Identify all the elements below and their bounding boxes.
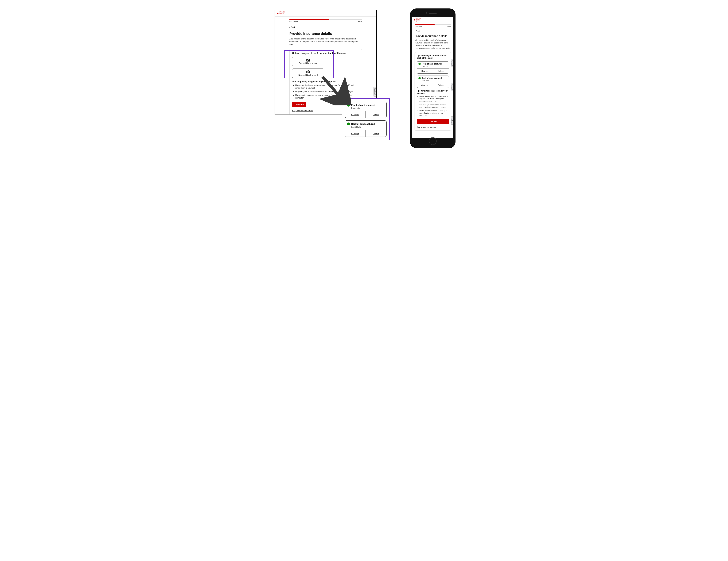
feedback-tab[interactable]: Feedback [374,87,376,97]
brand-logo: minute clinic® [277,11,375,16]
progress: Insurance 55% [289,19,362,23]
progress-fill [289,19,329,20]
feedback-tab[interactable]: Feedback [451,59,453,67]
page-description: Add images of the patient's insurance ca… [415,39,451,49]
check-icon: ✓ [347,123,350,125]
chevron-right-icon: › [314,109,314,112]
page-title: Provide insurance details [415,35,451,38]
captured-front-card: ✓ Front of card captured front.heic Chan… [417,61,449,74]
tips-heading: Tips for getting images on to your compu… [417,90,449,94]
progress-label: Insurance [289,21,298,23]
continue-button[interactable]: Continue [292,102,306,107]
brand-bar: minute clinic® [275,10,376,16]
captured-front-title: Front of card captured [351,104,375,106]
delete-back-button[interactable]: Delete [433,83,449,88]
svg-line-0 [323,77,343,101]
captured-front-title: Front of card captured [422,63,442,65]
heart-icon [277,12,279,15]
page-description: Add images of the patient's insurance ca… [289,37,360,46]
skip-text: Skip insurance for now [292,109,313,112]
captured-back-title: Back of card captured [422,77,442,79]
page-title: Provide insurance details [289,32,362,36]
brand-tm: ® [416,21,421,22]
tips-item: Use a mobile device to take photos of yo… [420,95,449,103]
phone-screen: minute clinic® Insurance 55% ‹ Back [412,17,453,138]
heart-icon [414,19,416,21]
upload-front-label: First, add front of card [299,62,317,64]
captured-front-file: front.heic [351,107,384,109]
captured-back-card: ✓ Back of card captured back.HEIC Change… [417,76,449,88]
captured-back-card: ✓ Back of card captured back.HEIC Change… [345,121,387,137]
brand-tm: ® [280,15,285,16]
phone-frame: minute clinic® Insurance 55% ‹ Back [410,9,455,148]
delete-back-button[interactable]: Delete [366,130,386,137]
change-back-button[interactable]: Change [345,130,366,137]
brand-bar: minute clinic® [412,17,453,22]
tips-item: Log in to your insurance account and dow… [420,104,449,109]
progress: Insurance 55% [415,24,451,27]
upload-card: Upload images of the front and back of t… [415,52,451,131]
delete-front-button[interactable]: Delete [433,69,449,74]
skip-link[interactable]: Skip insurance for now › [292,109,315,112]
chevron-left-icon: ‹ [415,30,415,32]
delete-front-button[interactable]: Delete [366,111,386,118]
progress-percent: 55% [358,21,362,23]
back-link[interactable]: ‹ Back [289,26,295,28]
upload-back-label: Next, add back of card [298,74,318,76]
continue-button[interactable]: Continue [417,119,449,124]
upload-heading: Upload images of the front and back of t… [292,52,359,55]
captured-back-file: back.HEIC [422,80,447,82]
back-link[interactable]: ‹ Back [415,30,420,32]
captured-front-file: front.heic [422,65,447,67]
chevron-right-icon: › [437,126,437,129]
brand-logo: minute clinic® [414,18,452,22]
feedback-tab[interactable]: Feedback [451,83,453,91]
camera-icon [306,59,310,62]
change-front-button[interactable]: Change [417,69,433,74]
back-text: Back [291,26,295,28]
check-icon: ✓ [418,63,421,65]
arrow-icon [319,74,351,105]
captured-back-file: back.HEIC [351,126,384,128]
tips-list: Use a mobile device to take photos of yo… [420,95,449,117]
chevron-left-icon: ‹ [289,26,290,28]
check-icon: ✓ [418,77,421,79]
progress-bar [289,19,362,20]
upload-front-button[interactable]: First, add front of card [292,57,324,66]
skip-link[interactable]: Skip insurance for now › [417,126,437,129]
change-front-button[interactable]: Change [345,111,366,118]
change-back-button[interactable]: Change [417,83,433,88]
captured-back-title: Back of card captured [351,123,375,125]
tips-item: Use a printer/scanner to scan your card … [420,109,449,117]
back-text: Back [416,30,420,32]
upload-heading: Upload images of the front and back of t… [417,54,449,59]
progress-percent: 55% [447,26,451,27]
feedback-tab[interactable]: Feedback [451,117,453,125]
progress-label: Insurance [415,26,422,27]
camera-icon [306,70,310,73]
skip-text: Skip insurance for now [417,126,436,129]
